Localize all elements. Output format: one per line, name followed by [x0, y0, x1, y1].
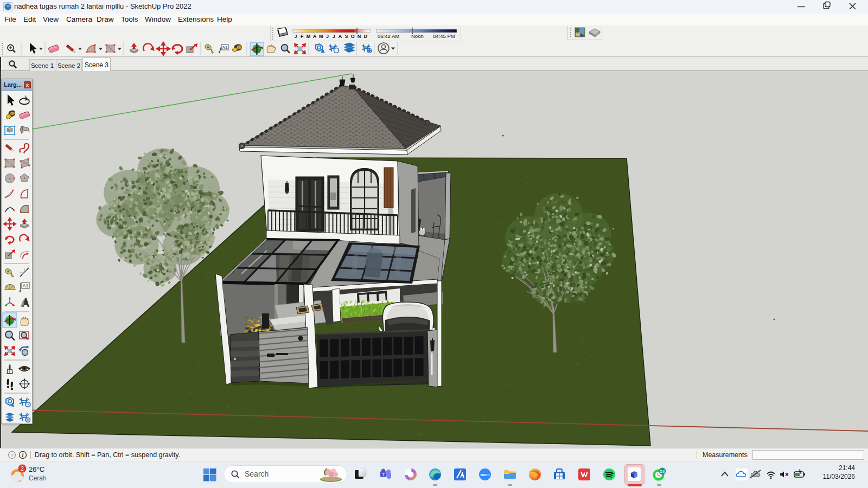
- svg-text:A: A: [339, 34, 342, 39]
- svg-text:N: N: [358, 34, 361, 39]
- svg-text:A: A: [313, 34, 317, 39]
- svg-text:M: M: [307, 34, 311, 39]
- svg-text:Noon: Noon: [411, 33, 424, 39]
- svg-text:F: F: [301, 34, 304, 39]
- svg-text:M: M: [319, 34, 323, 39]
- svg-text:J: J: [294, 34, 297, 39]
- svg-text:J: J: [326, 34, 329, 39]
- svg-text:2: 2: [21, 466, 24, 472]
- svg-text:T: T: [382, 472, 385, 477]
- svg-text:53: 53: [660, 469, 665, 474]
- svg-text:04:45 PM: 04:45 PM: [433, 33, 455, 39]
- svg-text:zoom: zoom: [481, 473, 490, 477]
- svg-text:A1: A1: [222, 45, 228, 50]
- svg-text:i: i: [22, 452, 24, 458]
- svg-text:J: J: [333, 34, 335, 39]
- svg-text:O: O: [351, 34, 355, 39]
- svg-text:?: ?: [10, 452, 13, 458]
- svg-text:S: S: [345, 34, 348, 39]
- svg-text:D: D: [363, 34, 367, 39]
- svg-text:A1: A1: [23, 283, 29, 288]
- svg-text:06:42 AM: 06:42 AM: [378, 33, 399, 39]
